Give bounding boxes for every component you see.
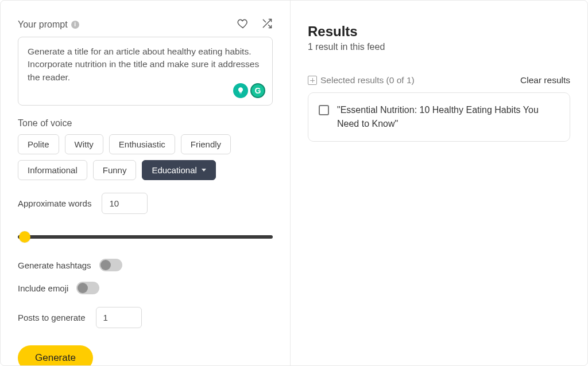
compose-panel: Your prompt i Generate a title for an ar…: [1, 1, 291, 365]
tone-label: Tone of voice: [18, 118, 273, 129]
tone-chip-label: Funny: [103, 165, 127, 175]
lightbulb-badge-icon[interactable]: [233, 83, 248, 98]
shuffle-icon[interactable]: [261, 18, 273, 31]
results-list: "Essential Nutrition: 10 Healthy Eating …: [308, 92, 570, 142]
chevron-down-icon: [202, 169, 206, 172]
hashtags-toggle[interactable]: [99, 259, 122, 271]
words-slider[interactable]: [18, 231, 273, 243]
tone-chips: PoliteWittyEnthusiasticFriendlyInformati…: [18, 134, 273, 180]
emoji-toggle[interactable]: [76, 282, 99, 294]
slider-track: [18, 235, 273, 239]
tone-chip-enthusiastic[interactable]: Enthusiastic: [109, 134, 175, 154]
approx-words-input[interactable]: [102, 193, 148, 214]
tone-chip-polite[interactable]: Polite: [18, 134, 59, 154]
emoji-label: Include emoji: [18, 283, 68, 293]
prompt-badges: G: [233, 83, 265, 98]
prompt-textarea[interactable]: Generate a title for an article about he…: [18, 37, 273, 106]
grammarly-badge-icon[interactable]: G: [250, 83, 265, 98]
posts-label: Posts to generate: [18, 313, 86, 322]
approx-words-label: Approximate words: [18, 198, 91, 208]
tone-chip-label: Friendly: [191, 139, 221, 149]
result-card[interactable]: "Essential Nutrition: 10 Healthy Eating …: [308, 92, 570, 142]
prompt-text: Generate a title for an article about he…: [28, 46, 259, 82]
hashtags-label: Generate hashtags: [18, 260, 91, 270]
results-title: Results: [308, 24, 570, 40]
tone-chip-informational[interactable]: Informational: [18, 160, 87, 180]
approx-words-row: Approximate words: [18, 193, 273, 214]
results-panel: Results 1 result in this feed Selected r…: [291, 1, 587, 365]
info-icon[interactable]: i: [71, 21, 79, 29]
heart-icon[interactable]: [237, 18, 249, 31]
tone-chip-funny[interactable]: Funny: [93, 160, 137, 180]
results-subtitle: 1 result in this feed: [308, 42, 570, 52]
result-text: "Essential Nutrition: 10 Healthy Eating …: [337, 103, 559, 131]
prompt-header: Your prompt i: [18, 18, 273, 31]
tone-chip-label: Educational: [152, 165, 196, 175]
prompt-label-wrap: Your prompt i: [18, 20, 79, 30]
posts-input[interactable]: [96, 307, 142, 328]
hashtags-row: Generate hashtags: [18, 259, 273, 271]
slider-thumb[interactable]: [19, 231, 30, 243]
tone-chip-friendly[interactable]: Friendly: [181, 134, 231, 154]
tone-chip-label: Polite: [28, 139, 49, 149]
tone-chip-label: Informational: [28, 165, 78, 175]
selected-results-row: Selected results (0 of 1) Clear results: [308, 75, 570, 85]
tone-chip-label: Witty: [75, 139, 94, 149]
prompt-label: Your prompt: [18, 20, 68, 30]
selected-results-label: Selected results (0 of 1): [320, 75, 415, 85]
emoji-row: Include emoji: [18, 282, 273, 294]
tone-chip-educational[interactable]: Educational: [142, 160, 215, 180]
posts-row: Posts to generate: [18, 307, 273, 328]
clear-results-link[interactable]: Clear results: [520, 75, 570, 85]
result-checkbox[interactable]: [319, 105, 329, 115]
tone-chip-witty[interactable]: Witty: [65, 134, 103, 154]
generate-button[interactable]: Generate: [18, 345, 93, 366]
app-root: Your prompt i Generate a title for an ar…: [0, 0, 588, 366]
prompt-header-icons: [237, 18, 273, 31]
tone-chip-label: Enthusiastic: [119, 139, 165, 149]
expand-icon: [308, 76, 317, 85]
svg-line-2: [263, 20, 265, 22]
selected-results-left[interactable]: Selected results (0 of 1): [308, 75, 415, 85]
